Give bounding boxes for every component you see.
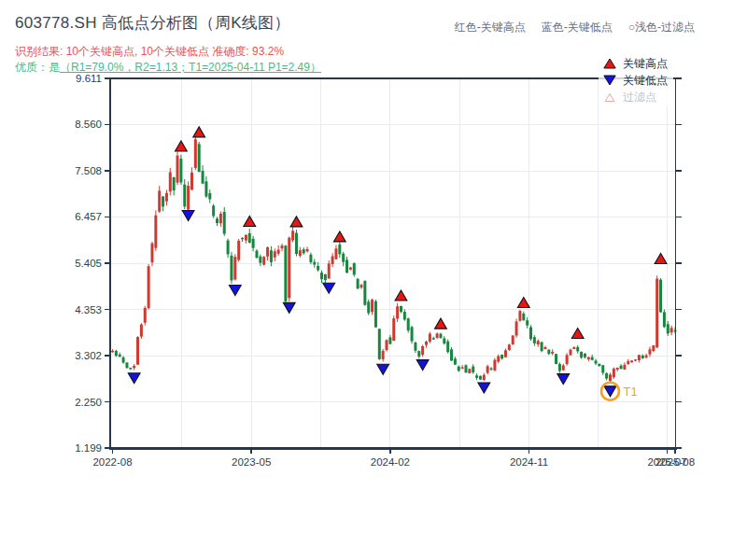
svg-text:2.250: 2.250	[75, 397, 102, 408]
svg-text:3.302: 3.302	[75, 350, 102, 361]
svg-text:9.611: 9.611	[76, 73, 102, 84]
plot-legend-item-filtered: 过滤点	[603, 91, 668, 104]
plot-legend-label: 过滤点	[623, 91, 656, 104]
svg-text:5.405: 5.405	[75, 258, 102, 269]
plot-legend-label: 关键高点	[623, 57, 668, 70]
svg-text:2024-02: 2024-02	[371, 456, 410, 468]
svg-text:2023-05: 2023-05	[232, 456, 271, 468]
svg-text:4.353: 4.353	[75, 304, 102, 315]
plot-legend-item-key-low: 关键低点	[603, 74, 668, 87]
svg-text:1.199: 1.199	[75, 442, 102, 454]
svg-text:7.508: 7.508	[75, 165, 102, 176]
svg-text:T1: T1	[623, 385, 637, 399]
red-up-triangle-icon	[603, 58, 616, 69]
kline-analysis-page: { "header": { "title": "603778.SH 高低点分析图…	[0, 0, 747, 560]
plot-legend: 关键高点 关键低点 过滤点	[599, 54, 673, 106]
svg-text:2025-08: 2025-08	[655, 456, 695, 468]
blue-down-triangle-icon	[603, 75, 616, 86]
light-open-triangle-icon	[603, 91, 616, 103]
plot-legend-label: 关键低点	[623, 74, 668, 87]
plot-legend-item-key-high: 关键高点	[603, 57, 668, 70]
svg-text:2024-11: 2024-11	[510, 456, 548, 468]
svg-text:2022-08: 2022-08	[92, 456, 132, 468]
svg-text:6.457: 6.457	[75, 211, 102, 222]
svg-text:8.560: 8.560	[75, 119, 102, 130]
